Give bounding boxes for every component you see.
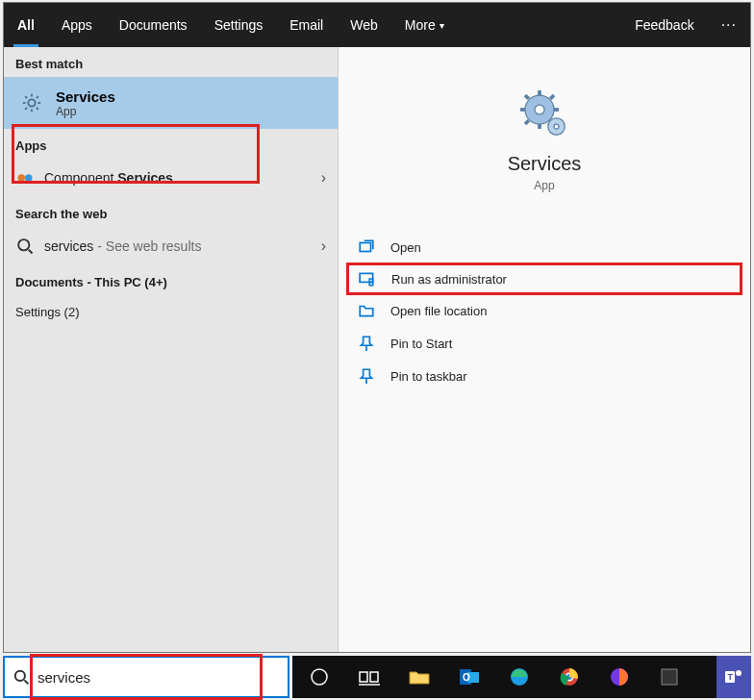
svg-line-22 [550,95,554,99]
svg-rect-26 [360,273,373,282]
svg-text:T: T [728,672,734,682]
svg-line-5 [25,96,27,98]
taskbar-app-teams[interactable]: T [716,656,751,698]
result-component-services[interactable]: Component Services › [4,159,338,197]
tab-settings[interactable]: Settings [201,3,277,47]
action-label: Run as administrator [391,272,507,287]
tab-label: Documents [119,17,188,33]
svg-rect-30 [360,672,367,682]
svg-line-7 [25,108,27,110]
taskbar-app-firefox[interactable] [598,658,641,696]
tab-label: All [17,17,35,33]
search-input[interactable] [38,669,280,686]
action-label: Open [390,240,421,255]
taskbar-app-file-explorer[interactable] [398,658,440,696]
action-label: Pin to taskbar [390,369,467,384]
ellipsis-icon: ··· [721,16,737,34]
result-title: Services [56,88,115,105]
search-icon [15,237,35,256]
action-open-file-location[interactable]: Open file location [339,294,750,327]
result-detail-pane: Services App Open Run as administrator O… [339,47,750,652]
detail-title: Services [339,153,750,175]
svg-point-44 [736,670,741,676]
tab-apps[interactable]: Apps [48,3,106,47]
results-list: Best match Services App Apps Component S… [4,47,339,652]
tab-label: Web [350,17,378,33]
svg-point-14 [535,105,544,114]
shield-monitor-icon [359,270,376,288]
tab-more[interactable]: More▾ [391,3,458,47]
tab-label: More [405,17,436,33]
tab-all[interactable]: All [4,3,48,47]
windows-search-panel: All Apps Documents Settings Email Web Mo… [3,2,751,653]
feedback-label: Feedback [635,17,693,33]
best-match-result-services[interactable]: Services App [4,77,338,129]
cortana-button[interactable] [298,658,340,696]
pin-icon [358,335,375,352]
chevron-down-icon: ▾ [440,20,444,31]
windows-taskbar: O [292,656,751,698]
component-services-icon [15,168,35,188]
open-icon [358,238,375,256]
search-icon [13,668,30,686]
tab-web[interactable]: Web [337,3,391,47]
gear-icon [21,92,42,113]
tab-label: Settings [214,17,264,33]
detail-subtitle: App [339,179,750,192]
tab-email[interactable]: Email [276,3,337,47]
options-button[interactable]: ··· [708,3,750,47]
action-pin-to-start[interactable]: Pin to Start [339,327,750,360]
svg-point-24 [554,124,559,129]
svg-line-28 [24,680,28,684]
action-label: Open file location [390,304,487,318]
taskbar-app-chrome[interactable] [548,658,591,696]
svg-rect-41 [662,669,677,685]
taskbar-app-edge[interactable] [498,658,540,696]
section-settings[interactable]: Settings (2) [4,295,338,325]
folder-icon [358,302,375,319]
chevron-right-icon: › [321,169,326,187]
section-search-web: Search the web [4,197,338,227]
svg-point-10 [25,174,33,182]
result-label: services - See web results [44,238,201,254]
action-run-as-administrator[interactable]: Run as administrator [346,262,742,295]
section-best-match: Best match [4,47,338,77]
svg-line-8 [37,96,38,98]
feedback-button[interactable]: Feedback [621,3,707,47]
action-open[interactable]: Open [339,231,750,263]
svg-rect-31 [370,672,378,682]
task-view-button[interactable] [348,658,390,696]
svg-point-9 [18,174,26,182]
tab-label: Email [289,17,323,33]
tab-documents[interactable]: Documents [106,3,201,47]
section-apps: Apps [4,129,338,159]
start-search-box[interactable] [3,656,289,698]
result-subtitle: App [56,105,115,118]
svg-point-11 [18,239,29,250]
pin-icon [358,367,375,385]
action-pin-to-taskbar[interactable]: Pin to taskbar [339,360,750,392]
chevron-right-icon: › [321,238,326,255]
section-documents[interactable]: Documents - This PC (4+) [4,265,338,295]
svg-point-0 [28,99,35,106]
svg-point-27 [15,671,25,681]
svg-rect-25 [360,243,370,252]
taskbar-app-generic[interactable] [648,658,691,696]
result-search-web[interactable]: services - See web results › [4,227,338,265]
svg-line-6 [37,108,38,110]
gear-icon [515,86,573,143]
svg-line-12 [29,250,33,254]
taskbar-app-outlook[interactable]: O [448,658,490,696]
svg-line-21 [525,120,529,124]
search-scope-tabs: All Apps Documents Settings Email Web Mo… [4,3,750,47]
svg-text:O: O [463,672,470,683]
tab-label: Apps [62,17,92,33]
result-label: Component Services [44,170,173,186]
action-label: Pin to Start [390,337,452,351]
svg-point-29 [312,669,327,685]
svg-line-19 [525,95,529,99]
